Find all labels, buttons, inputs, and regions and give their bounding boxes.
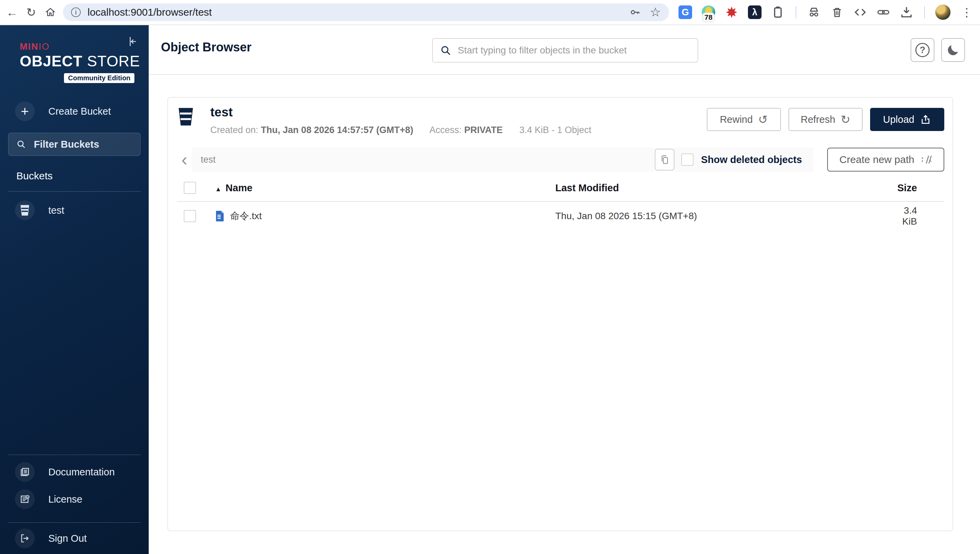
sidebar-item-license[interactable]: License	[0, 486, 149, 513]
sidebar-item-bucket-test[interactable]: test	[0, 198, 149, 223]
help-button[interactable]: ?	[911, 38, 934, 62]
upload-label: Upload	[883, 114, 914, 125]
bucket-icon	[178, 107, 194, 126]
table-row[interactable]: 命令.txt Thu, Jan 08 2026 15:15 (GMT+8) 3.…	[177, 204, 944, 228]
sidebar-item-create-bucket[interactable]: + Create Bucket	[0, 99, 149, 124]
documentation-label: Documentation	[48, 466, 115, 478]
object-search-field[interactable]	[432, 38, 698, 63]
edition-badge: Community Edition	[64, 73, 134, 83]
moon-icon	[946, 43, 960, 57]
create-new-path-button[interactable]: Create new path	[827, 148, 944, 172]
created-on-label: Created on:	[210, 125, 258, 135]
refresh-button[interactable]: Refresh ↻	[788, 108, 862, 131]
column-header-name[interactable]: ▲Name	[215, 182, 555, 194]
incognito-extension-icon[interactable]	[807, 5, 821, 20]
filter-buckets-field[interactable]	[8, 133, 140, 156]
bucket-icon	[20, 205, 30, 216]
browser-chrome-bar: ← ↻ i localhost:9001/browser/test ☆ G 78	[0, 0, 980, 25]
avatar-extension-icon[interactable]: 78	[701, 5, 716, 20]
documentation-icon	[19, 466, 30, 478]
password-key-icon[interactable]	[629, 6, 641, 18]
sidebar-item-sign-out[interactable]: Sign Out	[0, 525, 149, 552]
buckets-section-label: Buckets	[16, 170, 149, 182]
upload-button[interactable]: Upload	[870, 108, 944, 131]
browser-home-button[interactable]	[43, 5, 57, 20]
sidebar-divider	[8, 522, 140, 523]
create-bucket-label: Create Bucket	[48, 106, 111, 117]
upload-icon	[920, 114, 931, 125]
sidebar-item-documentation[interactable]: Documentation	[0, 458, 149, 486]
translate-extension-icon[interactable]: G	[678, 5, 693, 20]
sidebar-divider	[8, 455, 140, 455]
browser-profile-avatar[interactable]	[935, 5, 951, 20]
bucket-name-label: test	[48, 205, 64, 216]
show-deleted-checkbox[interactable]	[681, 153, 694, 166]
file-icon	[215, 210, 224, 222]
sidebar-collapse-button[interactable]	[126, 35, 140, 48]
license-label: License	[48, 494, 82, 505]
browser-reload-button[interactable]: ↻	[24, 5, 38, 20]
object-last-modified: Thu, Jan 08 2026 15:15 (GMT+8)	[555, 211, 896, 221]
extensions-row: G 78 λ	[678, 5, 980, 20]
home-icon	[45, 6, 56, 18]
table-divider	[177, 201, 944, 202]
site-info-icon[interactable]: i	[71, 8, 81, 17]
row-checkbox[interactable]	[184, 210, 196, 222]
sidebar: MINIO OBJECT STORE Community Edition + C…	[0, 25, 149, 554]
path-back-button[interactable]: ‹	[177, 150, 192, 170]
copy-icon	[659, 154, 670, 165]
rewind-icon: ↺	[758, 113, 768, 126]
lambda-extension-icon[interactable]: λ	[747, 5, 762, 20]
link-extension-icon[interactable]	[876, 5, 891, 20]
extension-badge: 78	[702, 13, 714, 22]
created-on-value: Thu, Jan 08 2026 14:57:57 (GMT+8)	[261, 125, 414, 135]
create-new-path-label: Create new path	[840, 154, 914, 166]
column-header-size[interactable]: Size	[896, 182, 944, 194]
rewind-button[interactable]: Rewind ↺	[707, 108, 781, 131]
page-header: Object Browser ?	[149, 25, 980, 75]
trash-extension-icon[interactable]	[830, 5, 845, 20]
table-header-row: ▲Name Last Modified Size	[177, 178, 944, 198]
browser-menu-icon[interactable]: ⋮	[961, 5, 972, 19]
refresh-icon: ↻	[841, 113, 851, 126]
access-value: PRIVATE	[464, 125, 503, 135]
bookmark-star-icon[interactable]: ☆	[650, 5, 661, 19]
url-text[interactable]: localhost:9001/browser/test	[88, 6, 628, 18]
show-deleted-label[interactable]: Show deleted objects	[701, 154, 802, 166]
filter-buckets-input[interactable]	[34, 139, 133, 150]
page-title: Object Browser	[161, 40, 251, 54]
browser-address-bar[interactable]: i localhost:9001/browser/test ☆	[63, 3, 669, 21]
code-extension-icon[interactable]	[853, 5, 868, 20]
breadcrumb[interactable]: test	[192, 147, 654, 172]
maple-leaf-extension-icon[interactable]	[724, 5, 739, 20]
breadcrumb-path[interactable]: test	[201, 154, 216, 165]
dark-mode-button[interactable]	[941, 38, 965, 62]
refresh-label: Refresh	[801, 114, 835, 125]
browser-back-button[interactable]: ←	[5, 5, 19, 20]
column-header-last-modified[interactable]: Last Modified	[555, 182, 896, 194]
select-all-checkbox[interactable]	[184, 182, 196, 194]
bucket-metadata: Created on: Thu, Jan 08 2026 14:57:57 (G…	[210, 125, 592, 135]
plus-icon: +	[15, 102, 35, 121]
object-search-input[interactable]	[458, 45, 691, 56]
toolbar-separator	[795, 6, 796, 18]
license-icon	[19, 494, 30, 505]
main-content: Object Browser ?	[149, 25, 980, 554]
access-label: Access:	[430, 125, 462, 135]
object-size: 3.4 KiB	[896, 205, 944, 227]
new-path-icon	[920, 154, 932, 166]
toolbar-separator	[924, 6, 925, 18]
show-deleted-zone: Show deleted objects	[675, 147, 814, 172]
sidebar-divider	[8, 191, 140, 192]
download-extension-icon[interactable]	[899, 5, 914, 20]
clipboard-extension-icon[interactable]	[770, 5, 785, 20]
minio-logo: MINIO OBJECT STORE Community Edition	[0, 25, 149, 83]
copy-path-button[interactable]	[655, 149, 675, 170]
bucket-title: test	[210, 105, 233, 119]
bucket-browser-card: test Created on: Thu, Jan 08 2026 14:57:…	[167, 97, 953, 531]
sign-out-label: Sign Out	[48, 533, 87, 544]
bucket-size-summary: 3.4 KiB - 1 Object	[519, 125, 592, 135]
objects-table: ▲Name Last Modified Size 命令.txt	[177, 178, 944, 228]
sort-ascending-icon: ▲	[215, 185, 221, 193]
object-name[interactable]: 命令.txt	[230, 210, 262, 223]
